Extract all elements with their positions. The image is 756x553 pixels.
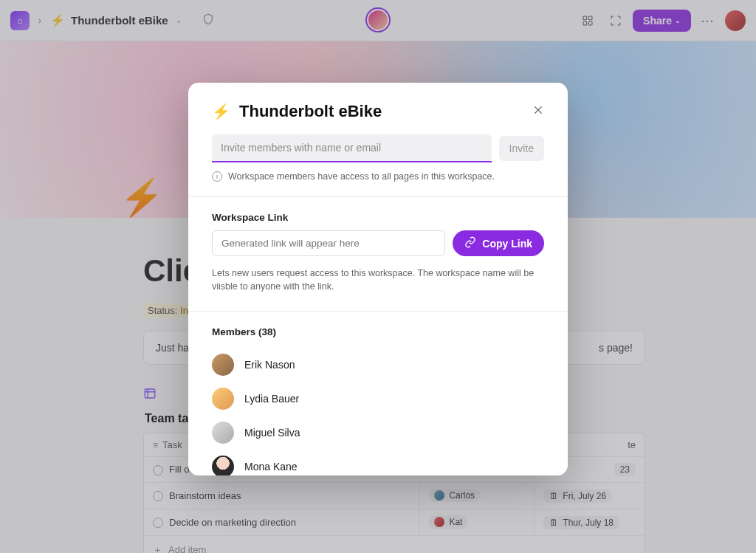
workspace-link-label: Workspace Link [212, 212, 544, 223]
avatar [212, 388, 234, 410]
member-name: Miguel Silva [244, 427, 300, 439]
modal-title: Thunderbolt eBike [239, 102, 523, 121]
avatar [212, 354, 234, 376]
member-name: Mona Kane [244, 461, 298, 473]
bolt-icon: ⚡ [212, 103, 230, 120]
workspace-link-input[interactable] [212, 230, 445, 256]
close-icon[interactable] [532, 104, 544, 120]
link-icon [464, 236, 476, 250]
workspace-link-description: Lets new users request access to this wo… [212, 267, 544, 293]
member-name: Lydia Bauer [244, 393, 299, 405]
member-row[interactable]: Mona Kane [212, 450, 544, 475]
member-row[interactable]: Miguel Silva [212, 416, 544, 450]
copy-link-button[interactable]: Copy Link [453, 230, 544, 256]
avatar [212, 422, 234, 444]
member-row[interactable]: Lydia Bauer [212, 382, 544, 416]
members-heading: Members (38) [212, 326, 544, 337]
avatar [212, 456, 234, 475]
member-row[interactable]: Erik Nason [212, 348, 544, 382]
invite-button[interactable]: Invite [499, 136, 544, 161]
info-icon: i [212, 171, 222, 182]
member-name: Erik Nason [244, 359, 295, 371]
share-modal: ⚡ Thunderbolt eBike Invite i Workspace m… [188, 83, 568, 475]
invite-input[interactable] [212, 134, 492, 162]
invite-hint: Workspace members have access to all pag… [228, 171, 495, 182]
